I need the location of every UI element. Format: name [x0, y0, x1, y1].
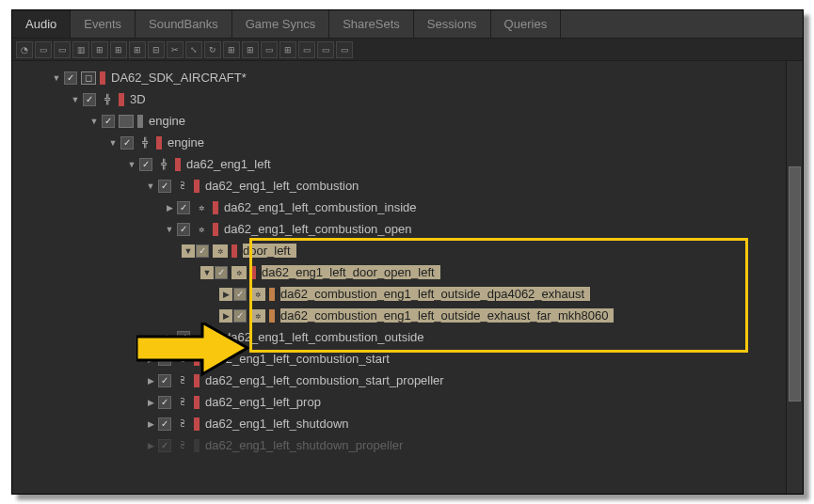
toolbar-button-5[interactable]: ⊞	[110, 41, 127, 58]
tab-audio[interactable]: Audio	[12, 10, 71, 38]
tree-row[interactable]: ▶⫔da62_eng1_left_combustion_start_propel…	[50, 370, 786, 391]
include-checkbox[interactable]	[177, 331, 190, 344]
expand-arrow-icon[interactable]: ▶	[144, 439, 157, 452]
tree-row[interactable]: ▼╬3D	[50, 88, 786, 110]
tree-item-label[interactable]: da62_eng1_left_combustion_start	[205, 352, 395, 366]
include-checkbox[interactable]	[102, 115, 115, 128]
tree-item-label[interactable]: engine	[168, 135, 210, 150]
tree-item-label[interactable]: da62_eng1_left_shutdown_propeller	[205, 438, 408, 452]
expand-arrow-icon[interactable]: ▶	[163, 331, 176, 344]
expand-arrow-icon[interactable]: ▶	[219, 309, 232, 323]
scrollbar-thumb[interactable]	[789, 166, 801, 402]
collapse-arrow-icon[interactable]: ▼	[106, 136, 120, 150]
tab-game-syncs[interactable]: Game Syncs	[232, 10, 329, 38]
toolbar-button-3[interactable]: ▥	[72, 41, 89, 58]
tree-item-label[interactable]: da62_eng1_left_prop	[205, 395, 327, 409]
toolbar-button-17[interactable]: ▭	[336, 41, 353, 58]
toolbar-button-10[interactable]: ↻	[204, 41, 221, 58]
toolbar-button-2[interactable]: ▭	[54, 41, 71, 58]
tree-row[interactable]: ▼engine	[50, 110, 786, 132]
tab-queries[interactable]: Queries	[491, 10, 562, 38]
tree-item-label[interactable]: da62_eng1_left	[186, 157, 277, 171]
include-checkbox[interactable]	[233, 309, 247, 323]
toolbar-button-14[interactable]: ⊞	[279, 41, 296, 58]
tree-row[interactable]: ▼◻DA62_SDK_AIRCRAFT*	[50, 67, 786, 88]
include-checkbox[interactable]	[158, 353, 171, 366]
include-checkbox[interactable]	[83, 93, 96, 106]
include-checkbox[interactable]	[64, 71, 77, 85]
include-checkbox[interactable]	[158, 417, 171, 431]
include-checkbox[interactable]	[158, 180, 171, 193]
tree-row[interactable]: ▶✲da62_combustion_eng1_left_outside_dpa4…	[50, 283, 786, 305]
collapse-arrow-icon[interactable]: ▼	[69, 93, 82, 106]
tree-row[interactable]: ▶✲da62_eng1_left_combustion_inside	[50, 197, 786, 218]
toolbar-button-11[interactable]: ⊞	[223, 41, 240, 58]
expand-arrow-icon[interactable]: ▶	[144, 353, 157, 366]
tab-sharesets[interactable]: ShareSets	[329, 10, 414, 38]
tree-row[interactable]: ▼╬da62_eng1_left	[50, 153, 786, 175]
collapse-arrow-icon[interactable]: ▼	[163, 223, 176, 236]
tree-row[interactable]: ▼✲door_left	[50, 240, 786, 261]
tree-item-label[interactable]: da62_combustion_eng1_left_outside_dpa406…	[280, 287, 590, 301]
tree-item-label[interactable]: door_left	[243, 244, 296, 258]
tree-item-label[interactable]: da62_eng1_left_combustion_start_propelle…	[205, 373, 450, 387]
expand-arrow-icon[interactable]: ▶	[144, 374, 157, 387]
tree-row[interactable]: ▶✲da62_eng1_left_combustion_outside	[50, 326, 786, 348]
include-checkbox[interactable]	[158, 439, 171, 452]
tree-row[interactable]: ▶✲da62_combustion_eng1_left_outside_exha…	[50, 305, 786, 326]
tree-item-label[interactable]: da62_eng1_left_combustion_outside	[224, 330, 430, 344]
tree-item-label[interactable]: da62_eng1_left_combustion_inside	[224, 200, 423, 214]
tree-row[interactable]: ▶⫔da62_eng1_left_shutdown	[50, 413, 786, 434]
toolbar-button-0[interactable]: ◔	[16, 41, 33, 58]
expand-arrow-icon[interactable]: ▶	[219, 288, 232, 301]
include-checkbox[interactable]	[177, 201, 190, 214]
tree-row[interactable]: ▼✲da62_eng1_left_combustion_open	[50, 218, 786, 240]
toolbar-button-4[interactable]: ⊞	[91, 41, 108, 58]
expand-arrow-icon[interactable]: ▶	[163, 201, 176, 214]
expand-arrow-icon[interactable]: ▶	[144, 417, 157, 431]
expand-arrow-icon[interactable]: ▶	[144, 396, 157, 409]
toolbar-button-6[interactable]: ⊞	[129, 41, 146, 58]
include-checkbox[interactable]	[177, 223, 190, 236]
vertical-scrollbar[interactable]	[786, 61, 803, 494]
tab-events[interactable]: Events	[71, 10, 136, 38]
collapse-arrow-icon[interactable]: ▼	[182, 244, 195, 258]
toolbar-button-12[interactable]: ⊞	[242, 41, 259, 58]
include-checkbox[interactable]	[233, 288, 247, 301]
include-checkbox[interactable]	[139, 158, 152, 171]
collapse-arrow-icon[interactable]: ▼	[50, 71, 63, 85]
tree-row[interactable]: ▼⫔da62_eng1_left_combustion	[50, 175, 786, 197]
toolbar-button-16[interactable]: ▭	[317, 41, 334, 58]
toolbar-button-7[interactable]: ⊟	[148, 41, 165, 58]
tree-item-label[interactable]: da62_eng1_left_door_open_left	[262, 265, 440, 279]
collapse-arrow-icon[interactable]: ▼	[88, 115, 101, 128]
include-checkbox[interactable]	[215, 266, 228, 279]
tree-item-label[interactable]: engine	[149, 114, 191, 128]
tree-item-label[interactable]: da62_eng1_left_shutdown	[205, 417, 355, 431]
tree-row[interactable]: ▼╬engine	[50, 132, 786, 153]
tree-row[interactable]: ▶⫔da62_eng1_left_prop	[50, 391, 786, 413]
tab-sessions[interactable]: Sessions	[414, 10, 491, 38]
tree-row[interactable]: ▶⫔da62_eng1_left_shutdown_propeller	[50, 434, 786, 456]
tree-item-label[interactable]: da62_combustion_eng1_left_outside_exhaus…	[280, 308, 614, 323]
tab-soundbanks[interactable]: SoundBanks	[136, 10, 232, 38]
tree-row[interactable]: ▶⫔da62_eng1_left_combustion_start	[50, 348, 786, 370]
include-checkbox[interactable]	[196, 244, 209, 258]
toolbar-button-1[interactable]: ▭	[35, 41, 52, 58]
toolbar-button-15[interactable]: ▭	[298, 41, 315, 58]
toolbar-button-13[interactable]: ▭	[261, 41, 278, 58]
include-checkbox[interactable]	[158, 396, 171, 409]
include-checkbox[interactable]	[120, 136, 134, 150]
include-checkbox[interactable]	[158, 374, 171, 387]
tree-item-label[interactable]: 3D	[130, 92, 152, 106]
collapse-arrow-icon[interactable]: ▼	[144, 180, 157, 193]
toolbar-button-9[interactable]: ⤡	[185, 41, 202, 58]
collapse-arrow-icon[interactable]: ▼	[200, 266, 214, 279]
tree-item-label[interactable]: da62_eng1_left_combustion	[205, 179, 364, 193]
collapse-arrow-icon[interactable]: ▼	[125, 158, 138, 171]
tree-item-label[interactable]: DA62_SDK_AIRCRAFT*	[111, 71, 252, 85]
tree-item-label[interactable]: da62_eng1_left_combustion_open	[224, 222, 418, 236]
hierarchy-tree[interactable]: ▼◻DA62_SDK_AIRCRAFT*▼╬3D▼engine▼╬engine▼…	[12, 61, 786, 494]
tree-row[interactable]: ▼✲da62_eng1_left_door_open_left	[50, 261, 786, 283]
toolbar-button-8[interactable]: ✂	[167, 41, 184, 58]
